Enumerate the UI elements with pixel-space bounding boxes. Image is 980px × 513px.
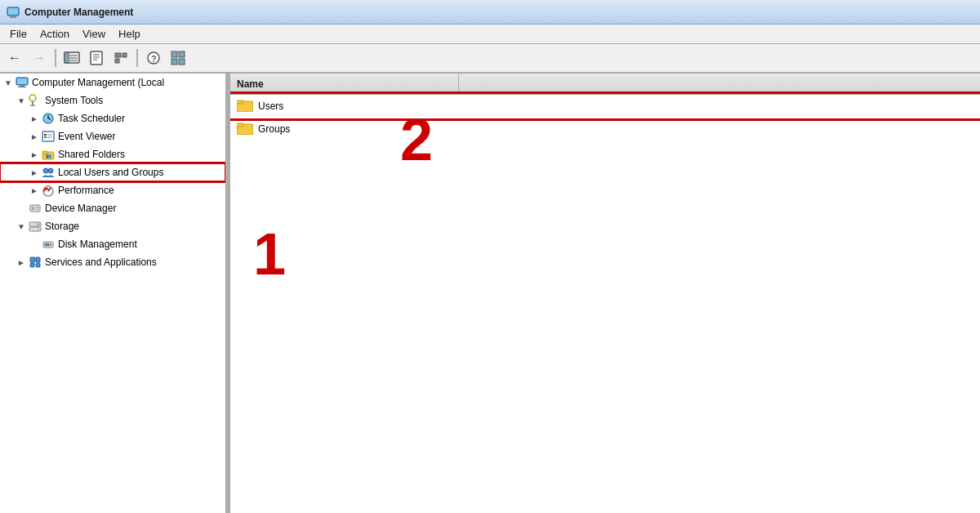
svg-text:👥: 👥: [46, 153, 52, 159]
storage-expander: ▼: [15, 222, 28, 231]
tree-item-system-tools[interactable]: ▼ System Tools: [0, 91, 225, 109]
performance-label: Performance: [58, 185, 114, 196]
svg-text:?: ?: [151, 54, 157, 64]
svg-rect-54: [30, 257, 35, 262]
tree-root[interactable]: ▼ Computer Management (Local: [0, 74, 225, 91]
disk-management-expander: ►: [28, 240, 41, 249]
toolbar: ← → ?: [0, 44, 980, 74]
column-header: Name: [230, 74, 980, 95]
window-title: Computer Management: [24, 7, 133, 18]
local-users-label: Local Users and Groups: [58, 167, 163, 178]
content-item-users[interactable]: Users: [230, 95, 980, 118]
column-desc-header[interactable]: [459, 74, 980, 94]
svg-rect-61: [237, 123, 243, 127]
system-tools-expander: ▼: [15, 96, 28, 105]
svg-line-42: [48, 188, 51, 191]
svg-rect-22: [17, 78, 27, 84]
performance-expander: ►: [28, 186, 41, 195]
menu-bar: File Action View Help: [0, 25, 980, 44]
properties-button[interactable]: [85, 47, 108, 69]
svg-rect-59: [237, 100, 243, 104]
storage-icon: [28, 220, 42, 233]
app-icon: [7, 6, 20, 19]
svg-rect-14: [115, 59, 119, 63]
tree-item-services-apps[interactable]: ► Services and Applications: [0, 253, 225, 271]
svg-rect-4: [65, 52, 69, 63]
device-manager-expander: ►: [15, 204, 28, 213]
event-viewer-icon: [41, 130, 56, 143]
svg-line-30: [48, 118, 51, 119]
toolbar-separator-1: [55, 49, 56, 67]
svg-rect-18: [179, 51, 185, 57]
content-panel: Name Users Groups: [230, 74, 980, 513]
disk-management-label: Disk Management: [58, 239, 137, 250]
menu-action[interactable]: Action: [33, 26, 76, 42]
task-scheduler-label: Task Scheduler: [58, 113, 125, 124]
show-hide-button[interactable]: [60, 47, 83, 69]
device-manager-icon: [28, 202, 42, 215]
tree-item-local-users-groups[interactable]: ► Local Users and Groups: [0, 163, 225, 181]
content-item-groups[interactable]: Groups: [230, 118, 980, 141]
shared-folders-label: Shared Folders: [58, 149, 125, 160]
storage-label: Storage: [45, 221, 79, 232]
task-scheduler-expander: ►: [28, 114, 41, 123]
back-button[interactable]: ←: [3, 47, 26, 69]
svg-rect-8: [91, 51, 102, 65]
local-users-expander: ►: [28, 168, 41, 177]
svg-rect-23: [20, 85, 24, 87]
column-name-label: Name: [237, 78, 264, 90]
menu-file[interactable]: File: [3, 26, 33, 42]
tree-item-performance[interactable]: ► Performance: [0, 181, 225, 199]
extend-button[interactable]: [109, 47, 132, 69]
root-label: Computer Management (Local: [32, 77, 164, 88]
svg-rect-45: [36, 207, 38, 208]
menu-help[interactable]: Help: [112, 26, 147, 42]
main-area: ▼ Computer Management (Local ▼: [0, 74, 980, 513]
forward-button[interactable]: →: [28, 47, 51, 69]
svg-point-39: [43, 168, 48, 173]
svg-rect-46: [36, 209, 38, 210]
svg-rect-44: [32, 207, 34, 210]
svg-rect-53: [50, 243, 51, 246]
grid-button[interactable]: [167, 47, 189, 69]
tree-item-device-manager[interactable]: ► Device Manager: [0, 199, 225, 217]
computer-icon: [15, 76, 29, 89]
tree-item-shared-folders[interactable]: ► 👥 Shared Folders: [0, 145, 225, 163]
root-expander: ▼: [2, 78, 15, 87]
performance-icon: [41, 184, 56, 197]
tree-item-storage[interactable]: ▼ Storage: [0, 217, 225, 235]
svg-rect-19: [172, 59, 177, 65]
svg-rect-57: [36, 263, 40, 267]
svg-rect-1: [10, 16, 16, 18]
disk-management-icon: [41, 238, 56, 251]
menu-view[interactable]: View: [76, 26, 112, 42]
svg-rect-33: [44, 136, 47, 138]
local-users-icon: [41, 166, 56, 179]
tree-item-disk-management[interactable]: ► Disk Management: [0, 235, 225, 253]
services-apps-icon: [28, 256, 42, 269]
groups-folder-icon: [237, 121, 253, 137]
title-bar: Computer Management: [0, 0, 980, 25]
tree-panel: ▼ Computer Management (Local ▼: [0, 74, 227, 513]
tools-icon: [28, 94, 42, 107]
device-manager-label: Device Manager: [45, 203, 116, 214]
event-viewer-label: Event Viewer: [58, 131, 115, 142]
column-name-header[interactable]: Name: [230, 74, 459, 94]
svg-point-25: [29, 95, 36, 101]
svg-point-50: [38, 229, 39, 230]
svg-rect-20: [179, 59, 185, 65]
svg-rect-32: [44, 134, 47, 136]
users-label: Users: [258, 100, 283, 112]
tree-item-task-scheduler[interactable]: ► Task Scheduler: [0, 109, 225, 127]
svg-rect-12: [115, 53, 121, 57]
help-button[interactable]: ?: [142, 47, 165, 69]
svg-rect-56: [30, 263, 34, 267]
services-apps-expander: ►: [15, 258, 28, 267]
svg-rect-24: [18, 87, 26, 87]
shared-folders-expander: ►: [28, 150, 41, 159]
svg-rect-17: [172, 51, 177, 57]
event-viewer-expander: ►: [28, 132, 41, 141]
svg-rect-2: [8, 8, 18, 15]
tree-item-event-viewer[interactable]: ► Event Viewer: [0, 127, 225, 145]
shared-folder-icon: 👥: [41, 148, 56, 161]
